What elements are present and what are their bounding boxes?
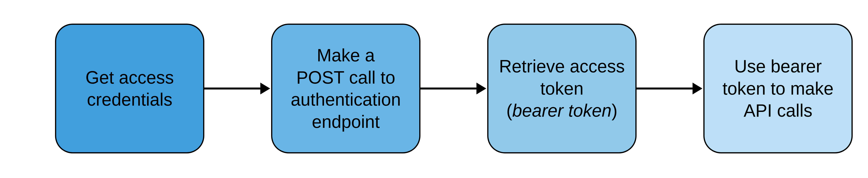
node-label: Get access credentials xyxy=(64,66,195,111)
arrow-3-shaft xyxy=(637,88,693,89)
flow-diagram: Get access credentials Make a POST call … xyxy=(0,0,868,178)
node-get-credentials: Get access credentials xyxy=(55,24,204,153)
arrow-1-shaft xyxy=(204,88,261,89)
arrow-right-icon xyxy=(260,83,270,94)
node-post-call: Make a POST call to authentication endpo… xyxy=(271,24,421,153)
arrow-right-icon xyxy=(692,83,702,94)
node-label: Retrieve access token (bearer token) xyxy=(499,55,625,122)
node-retrieve-token: Retrieve access token (bearer token) xyxy=(487,24,637,153)
node-use-token: Use bearer token to make API calls xyxy=(703,24,853,153)
arrow-2-shaft xyxy=(421,88,477,89)
arrow-right-icon xyxy=(476,83,486,94)
node-label: Use bearer token to make API calls xyxy=(722,55,833,122)
node-label: Make a POST call to authentication endpo… xyxy=(280,44,411,133)
